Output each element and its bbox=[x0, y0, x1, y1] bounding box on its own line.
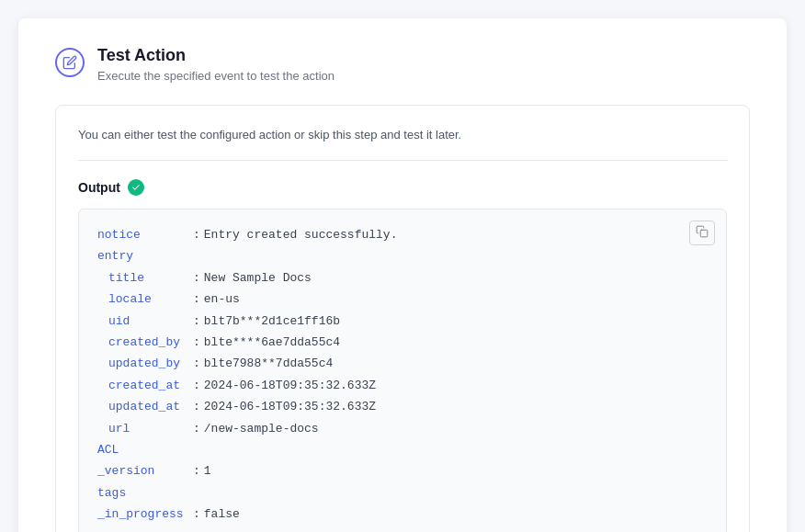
header-text: Test Action Execute the specified event … bbox=[97, 46, 334, 83]
output-key: _in_progress bbox=[97, 504, 189, 525]
output-key: created_by bbox=[97, 332, 189, 353]
output-key: notice bbox=[97, 224, 189, 245]
output-line: _version:1 bbox=[97, 460, 708, 481]
separator: : bbox=[193, 289, 200, 310]
output-val: 1 bbox=[204, 460, 211, 481]
separator: : bbox=[193, 311, 200, 332]
output-lines: notice:Entry created successfully.entryt… bbox=[97, 224, 708, 525]
output-key: locale bbox=[97, 289, 189, 310]
output-box: notice:Entry created successfully.entryt… bbox=[78, 209, 727, 532]
output-line: _in_progress:false bbox=[97, 504, 708, 525]
output-line: ACL bbox=[97, 439, 708, 460]
page-subtitle: Execute the specified event to test the … bbox=[97, 69, 334, 83]
success-badge bbox=[128, 179, 144, 196]
output-key: url bbox=[97, 418, 189, 439]
section-key: ACL bbox=[97, 439, 119, 460]
output-line: updated_at:2024-06-18T09:35:32.633Z bbox=[97, 396, 708, 417]
separator: : bbox=[193, 332, 200, 353]
output-val: blt7b***2d1ce1ff16b bbox=[204, 311, 340, 332]
edit-icon bbox=[62, 55, 77, 70]
separator: : bbox=[193, 504, 200, 525]
output-line: created_at:2024-06-18T09:35:32.633Z bbox=[97, 375, 708, 396]
output-val: en-us bbox=[204, 289, 240, 310]
output-line: tags bbox=[97, 482, 708, 504]
step-icon bbox=[55, 48, 85, 77]
section-key: tags bbox=[97, 482, 126, 504]
page-title: Test Action bbox=[97, 46, 334, 65]
separator: : bbox=[193, 396, 200, 417]
output-val: blte7988**7dda55c4 bbox=[204, 353, 333, 374]
svg-rect-0 bbox=[700, 230, 708, 237]
output-key: updated_by bbox=[97, 353, 189, 374]
output-key: uid bbox=[97, 311, 189, 332]
output-line: updated_by:blte7988**7dda55c4 bbox=[97, 353, 708, 374]
separator: : bbox=[193, 267, 200, 289]
separator: : bbox=[193, 353, 200, 374]
output-val: blte****6ae7dda55c4 bbox=[204, 332, 340, 353]
copy-button[interactable] bbox=[689, 221, 715, 245]
output-val: 2024-06-18T09:35:32.633Z bbox=[204, 375, 376, 396]
copy-icon bbox=[696, 225, 709, 238]
separator: : bbox=[193, 418, 200, 439]
output-label-text: Output bbox=[78, 180, 120, 195]
output-val: 2024-06-18T09:35:32.633Z bbox=[204, 396, 376, 417]
section-key: entry bbox=[97, 245, 133, 266]
output-key: title bbox=[97, 267, 189, 289]
output-line: entry bbox=[97, 245, 708, 266]
output-line: uid:blt7b***2d1ce1ff16b bbox=[97, 311, 708, 332]
header-section: Test Action Execute the specified event … bbox=[55, 46, 750, 83]
separator: : bbox=[193, 460, 200, 481]
output-line: url:/new-sample-docs bbox=[97, 418, 708, 439]
output-val: Entry created successfully. bbox=[204, 224, 398, 245]
output-val: New Sample Docs bbox=[204, 267, 312, 289]
output-val: /new-sample-docs bbox=[204, 418, 319, 439]
content-card: You can either test the configured actio… bbox=[55, 105, 750, 532]
page-wrapper: Test Action Execute the specified event … bbox=[18, 18, 787, 532]
output-line: notice:Entry created successfully. bbox=[97, 224, 708, 245]
output-line: title:New Sample Docs bbox=[97, 267, 708, 289]
info-text: You can either test the configured actio… bbox=[78, 128, 727, 161]
separator: : bbox=[193, 224, 200, 245]
output-label: Output bbox=[78, 179, 727, 196]
separator: : bbox=[193, 375, 200, 396]
output-key: _version bbox=[97, 460, 189, 481]
output-key: updated_at bbox=[97, 396, 189, 417]
output-val: false bbox=[204, 504, 240, 525]
check-icon bbox=[131, 183, 141, 192]
output-line: created_by:blte****6ae7dda55c4 bbox=[97, 332, 708, 353]
output-line: locale:en-us bbox=[97, 289, 708, 310]
output-key: created_at bbox=[97, 375, 189, 396]
